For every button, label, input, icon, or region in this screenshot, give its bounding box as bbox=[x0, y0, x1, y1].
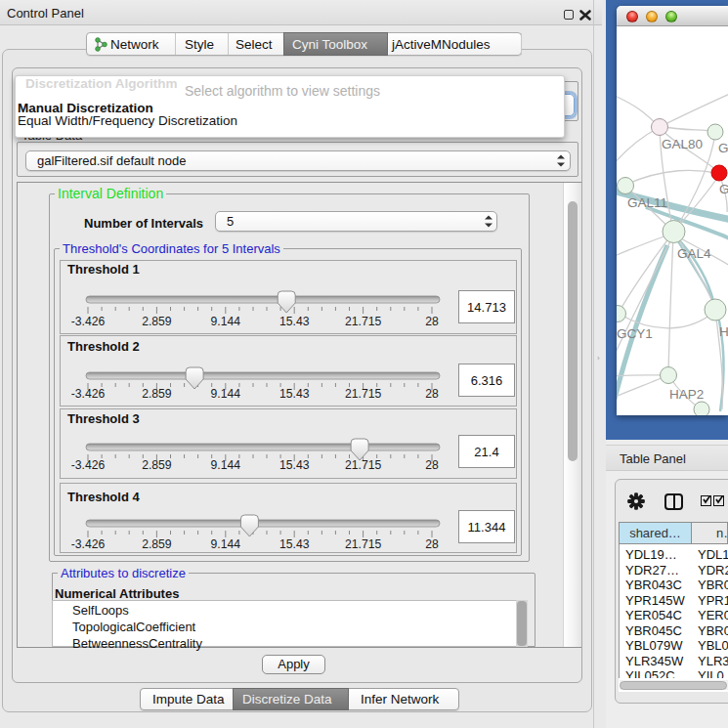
svg-text:GCY1: GCY1 bbox=[617, 326, 653, 341]
svg-text:9.144: 9.144 bbox=[211, 315, 241, 328]
svg-text:-3.426: -3.426 bbox=[71, 315, 106, 328]
svg-text:28: 28 bbox=[425, 315, 439, 328]
svg-text:21.715: 21.715 bbox=[345, 537, 381, 551]
svg-text:2.859: 2.859 bbox=[142, 537, 172, 551]
svg-text:HAP2: HAP2 bbox=[669, 387, 704, 402]
svg-text:-3.426: -3.426 bbox=[71, 537, 106, 551]
svg-text:21.715: 21.715 bbox=[345, 458, 381, 472]
svg-text:-3.426: -3.426 bbox=[71, 458, 106, 472]
svg-text:15.43: 15.43 bbox=[279, 315, 310, 328]
svg-text:9.144: 9.144 bbox=[211, 537, 241, 551]
svg-text:2.859: 2.859 bbox=[142, 458, 172, 472]
svg-text:15.43: 15.43 bbox=[279, 537, 310, 551]
svg-text:2.859: 2.859 bbox=[142, 387, 172, 401]
svg-text:15.43: 15.43 bbox=[279, 458, 310, 472]
svg-text:G: G bbox=[719, 182, 728, 196]
svg-text:9.144: 9.144 bbox=[211, 458, 241, 472]
svg-text:21.715: 21.715 bbox=[345, 387, 381, 401]
svg-text:H: H bbox=[719, 324, 728, 339]
svg-text:28: 28 bbox=[425, 387, 439, 401]
svg-text:GAL4: GAL4 bbox=[677, 246, 711, 261]
svg-text:28: 28 bbox=[425, 458, 439, 472]
svg-text:GAL11: GAL11 bbox=[627, 195, 667, 210]
svg-text:GAL80: GAL80 bbox=[662, 137, 703, 151]
svg-text:2.859: 2.859 bbox=[142, 315, 172, 328]
svg-text:GA: GA bbox=[718, 141, 728, 155]
svg-text:21.715: 21.715 bbox=[345, 315, 381, 328]
svg-text:-3.426: -3.426 bbox=[71, 387, 106, 401]
svg-text:15.43: 15.43 bbox=[279, 387, 310, 401]
svg-text:28: 28 bbox=[425, 537, 439, 551]
svg-text:9.144: 9.144 bbox=[211, 387, 241, 401]
